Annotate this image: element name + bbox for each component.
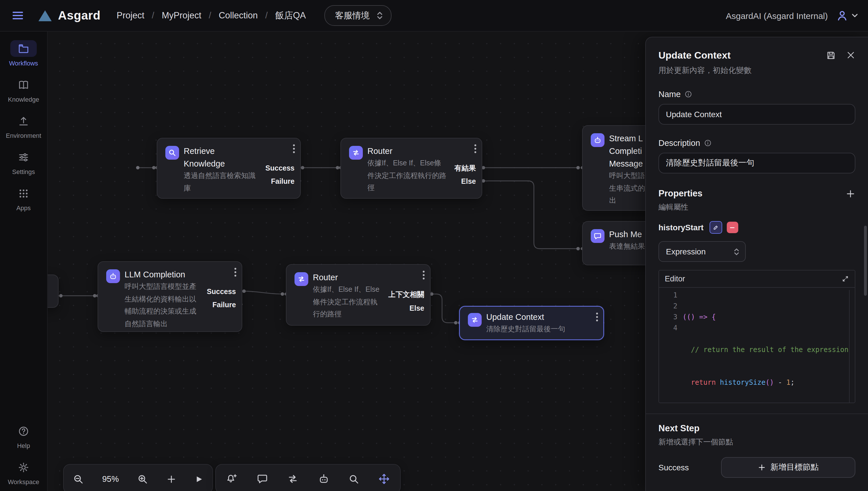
port-label-failure: Failure [212,301,236,309]
book-icon [10,76,37,93]
add-icon[interactable] [167,474,176,484]
breadcrumb-project[interactable]: Project [117,10,144,21]
node-menu-icon[interactable] [422,270,425,280]
node-menu-icon[interactable] [234,268,237,277]
search-icon[interactable] [349,473,359,484]
port-label-else: Else [410,305,424,312]
node-title: LLM Completion [125,268,236,281]
app-window: Asgard Project / MyProject / Collection … [0,0,868,491]
description-label: Description [658,138,700,148]
swap-icon[interactable] [287,473,299,485]
breadcrumb: Project / MyProject / Collection / 飯店QA [117,9,306,22]
sidebar-item-settings[interactable]: Settings [10,149,37,175]
scenario-select-value: 客服情境 [335,10,369,21]
sidebar-label: Knowledge [8,96,39,103]
node-update-context[interactable]: Update Context 清除歷史對話留最後一句 [459,306,604,340]
select-chevrons-icon [376,11,383,20]
asgard-logo-icon [38,9,52,22]
node-router-top[interactable]: Router 依據If、Else If、Else條 件決定工作流程執行的路 徑 … [340,138,482,199]
close-icon[interactable] [846,51,856,60]
move-icon[interactable] [378,473,390,485]
sidebar-item-environment[interactable]: Environment [6,113,41,139]
search-icon [165,146,179,160]
property-type-value: Expression [666,247,706,256]
port-label-context-related: 上下文相關 [388,291,424,299]
panel-title: Update Context [658,50,816,61]
node-router-bottom[interactable]: Router 依據If、Else If、Else 條件決定工作流程執 行的路徑 … [286,264,430,326]
info-icon[interactable] [684,90,692,98]
breadcrumb-current[interactable]: 飯店QA [275,9,306,22]
next-step-subtitle: 新增或選擇下一個節點 [658,437,856,447]
node-llm-completion[interactable]: LLM Completion 呼叫大型語言模型並產 生結構化的資料輸出以 輔助流… [98,261,242,332]
zoom-toolbar: 95% [63,464,213,491]
chat-icon[interactable] [257,473,268,485]
node-partial[interactable] [47,275,59,308]
success-branch-label: Success [658,463,689,472]
panel-subtitle: 用於更新內容，初始化變數 [658,65,856,76]
breadcrumb-separator: / [152,10,154,21]
plus-icon [758,463,766,471]
node-title: Router [367,145,476,157]
port-label-success: Success [207,288,236,296]
add-target-node-label: 新增目標節點 [770,462,819,473]
zoom-level: 95% [102,474,119,484]
code-content: (() => { // return the result of the exp… [683,290,849,403]
property-type-select[interactable]: Expression [658,241,746,262]
editor-scrollbar[interactable] [849,290,855,403]
menu-icon[interactable] [11,9,24,22]
sidebar-item-apps[interactable]: Apps [10,185,37,211]
swap-icon [349,146,363,160]
node-menu-icon[interactable] [596,312,598,322]
sidebar-item-knowledge[interactable]: Knowledge [8,76,39,103]
info-icon[interactable] [704,139,712,147]
sidebar-item-help[interactable]: Help [10,423,37,449]
zoom-out-icon[interactable] [73,473,84,484]
sidebar-label: Apps [17,204,31,211]
port-label-success: Success [266,164,295,172]
add-property-icon[interactable] [846,189,856,198]
remove-property-icon[interactable] [726,222,738,233]
account-chevron-down-icon[interactable] [851,11,859,20]
scenario-select[interactable]: 客服情境 [324,5,391,26]
expression-editor: Editor 1 2 3 4 (() => { // return the re… [658,270,856,403]
description-input[interactable] [658,153,856,173]
window-scrollbar[interactable] [864,226,867,296]
zoom-in-icon[interactable] [137,473,148,484]
sliders-icon [10,149,37,165]
sidebar-item-workflows[interactable]: Workflows [9,40,38,67]
sidebar-item-workspace[interactable]: Workspace [8,459,39,485]
node-description: 徑 [367,182,476,194]
user-icon[interactable] [836,9,848,22]
top-bar: Asgard Project / MyProject / Collection … [0,0,868,32]
save-icon[interactable] [826,51,836,60]
name-input[interactable] [658,104,856,125]
node-retrieve-knowledge[interactable]: Retrieve Knowledge 透過自然語言檢索知識 庫 Success … [157,138,301,199]
breadcrumb-myproject[interactable]: MyProject [161,10,201,21]
add-target-node-button[interactable]: 新增目標節點 [721,457,856,478]
bell-plus-icon[interactable] [226,473,238,485]
node-menu-icon[interactable] [293,144,295,153]
breadcrumb-separator: / [265,10,268,21]
line-numbers: 1 2 3 4 [659,290,683,403]
expand-icon[interactable] [842,275,849,283]
property-name: historyStart [658,223,704,232]
bot-icon [591,133,604,147]
code-editor[interactable]: 1 2 3 4 (() => { // return the result of… [659,288,855,403]
sidebar-label: Workspace [8,479,39,485]
next-step-heading: Next Step [658,423,856,434]
node-description: 行的路徑 [313,308,424,321]
run-icon[interactable] [194,474,203,483]
folder-icon [10,40,37,57]
sidebar-label: Environment [6,132,41,139]
node-menu-icon[interactable] [474,144,477,153]
sidebar-label: Help [17,442,30,449]
edit-property-icon[interactable] [709,221,722,234]
swap-icon [468,313,482,327]
help-icon [10,423,37,439]
bot-icon [106,269,120,283]
swap-icon [295,272,308,286]
sidebar-label: Workflows [9,60,38,67]
select-chevrons-icon [734,247,740,256]
bot-icon[interactable] [318,473,329,485]
breadcrumb-collection[interactable]: Collection [219,10,258,21]
